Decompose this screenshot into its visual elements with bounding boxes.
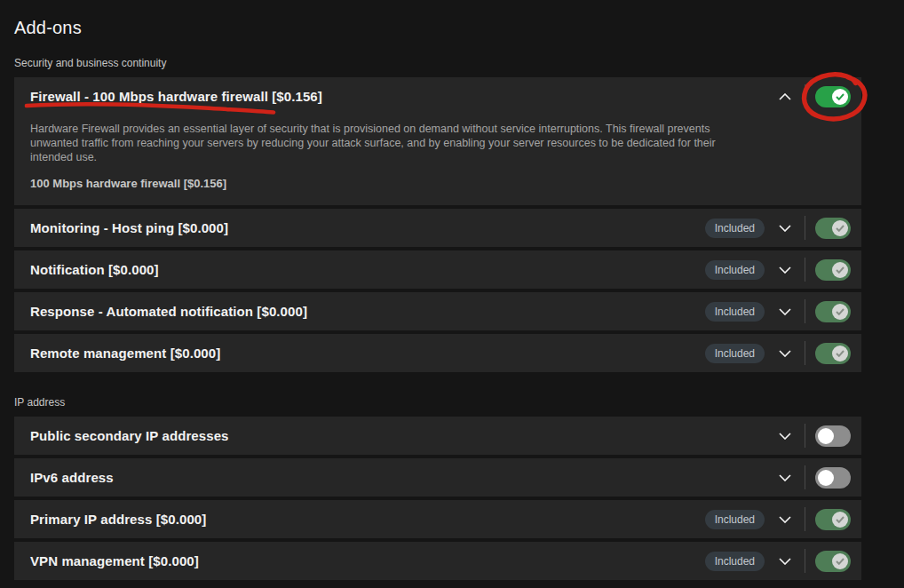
control-divider [805, 299, 805, 323]
chevron-down-icon[interactable] [778, 346, 792, 361]
ipv6-toggle[interactable] [815, 467, 851, 489]
checkmark-icon [836, 516, 845, 523]
control-divider [805, 465, 805, 489]
addon-row-response[interactable]: Response - Automated notification [$0.00… [14, 292, 861, 330]
included-badge: Included [705, 552, 765, 571]
addon-title-monitoring: Monitoring - Host ping [$0.000] [30, 220, 228, 235]
remote-management-toggle[interactable] [815, 343, 851, 364]
monitoring-toggle[interactable] [815, 218, 851, 239]
response-toggle[interactable] [815, 301, 851, 322]
addon-title-remote-management: Remote management [$0.000] [30, 346, 220, 361]
addon-card-monitoring: Monitoring - Host ping [$0.000] Included [14, 209, 861, 247]
toggle-knob [818, 470, 834, 486]
addon-row-ipv6[interactable]: IPv6 address [14, 458, 861, 497]
firewall-details: Hardware Firewall provides an essential … [14, 115, 861, 205]
toggle-knob [832, 346, 848, 362]
addon-row-monitoring[interactable]: Monitoring - Host ping [$0.000] Included [14, 209, 861, 247]
control-divider [805, 549, 805, 573]
checkmark-icon [836, 558, 845, 565]
checkmark-icon [836, 266, 845, 274]
addon-row-vpn-management[interactable]: VPN management [$0.000] Included [14, 542, 861, 580]
public-secondary-ip-toggle[interactable] [815, 425, 851, 447]
toggle-knob [832, 553, 848, 569]
control-divider [805, 216, 805, 240]
control-divider [805, 424, 805, 448]
toggle-knob [832, 304, 848, 320]
control-divider [805, 341, 805, 365]
included-badge: Included [705, 344, 765, 363]
toggle-knob [818, 428, 834, 444]
included-badge: Included [705, 219, 765, 238]
addon-row-remote-management[interactable]: Remote management [$0.000] Included [14, 334, 861, 372]
toggle-knob [832, 262, 848, 278]
chevron-up-icon[interactable] [778, 90, 792, 104]
vpn-management-toggle[interactable] [815, 551, 851, 572]
addon-card-remote-management: Remote management [$0.000] Included [14, 334, 861, 372]
firewall-selected-option: 100 Mbps hardware firewall [$0.156] [30, 177, 845, 190]
toggle-knob [832, 220, 848, 236]
control-divider [805, 258, 805, 282]
chevron-down-icon[interactable] [778, 305, 792, 319]
chevron-down-icon[interactable] [778, 554, 792, 568]
primary-ip-toggle[interactable] [815, 509, 851, 530]
addons-page: Add-ons Security and business continuity… [0, 0, 904, 580]
addon-card-ipv6: IPv6 address [14, 458, 861, 497]
toggle-knob [832, 512, 848, 528]
addon-title-ipv6: IPv6 address [30, 470, 114, 485]
firewall-description: Hardware Firewall provides an essential … [30, 122, 741, 164]
addon-title-vpn-management: VPN management [$0.000] [30, 553, 199, 568]
addon-card-notification: Notification [$0.000] Included [14, 250, 861, 289]
page-title: Add-ons [14, 16, 890, 39]
addon-title-notification: Notification [$0.000] [30, 262, 159, 277]
addon-title-firewall: Firewall - 100 Mbps hardware firewall [$… [30, 89, 322, 104]
addon-card-primary-ip: Primary IP address [$0.000] Included [14, 500, 861, 538]
addon-row-public-secondary-ip[interactable]: Public secondary IP addresses [14, 417, 861, 455]
addon-title-response: Response - Automated notification [$0.00… [30, 304, 307, 319]
addon-title-primary-ip: Primary IP address [$0.000] [30, 512, 206, 527]
checkmark-icon [836, 350, 845, 357]
addon-card-firewall: Firewall - 100 Mbps hardware firewall [$… [14, 77, 861, 205]
addon-row-firewall[interactable]: Firewall - 100 Mbps hardware firewall [$… [14, 77, 861, 115]
chevron-down-icon[interactable] [778, 429, 792, 443]
addon-card-public-secondary-ip: Public secondary IP addresses [14, 417, 861, 455]
checkmark-icon [836, 93, 845, 100]
chevron-down-icon[interactable] [778, 513, 792, 527]
chevron-down-icon[interactable] [778, 263, 792, 277]
notification-toggle[interactable] [815, 259, 851, 281]
security-addons-list: Firewall - 100 Mbps hardware firewall [$… [14, 77, 861, 372]
addon-card-vpn-management: VPN management [$0.000] Included [14, 542, 861, 580]
addon-title-public-secondary-ip: Public secondary IP addresses [30, 428, 229, 443]
toggle-knob [832, 89, 848, 105]
included-badge: Included [705, 510, 765, 529]
addon-row-notification[interactable]: Notification [$0.000] Included [14, 250, 861, 289]
chevron-down-icon[interactable] [778, 221, 792, 235]
included-badge: Included [705, 302, 765, 322]
checkmark-icon [836, 308, 845, 315]
addon-row-primary-ip[interactable]: Primary IP address [$0.000] Included [14, 500, 861, 538]
checkmark-icon [836, 225, 845, 232]
addon-card-response: Response - Automated notification [$0.00… [14, 292, 861, 330]
control-divider [805, 507, 805, 531]
ip-addons-list: Public secondary IP addresses IPv6 addre… [14, 417, 861, 580]
section-label-security: Security and business continuity [14, 57, 890, 69]
section-label-ip-address: IP address [14, 396, 890, 409]
included-badge: Included [705, 260, 765, 280]
chevron-down-icon[interactable] [778, 471, 792, 485]
control-divider [805, 84, 805, 108]
firewall-toggle[interactable] [815, 86, 851, 107]
